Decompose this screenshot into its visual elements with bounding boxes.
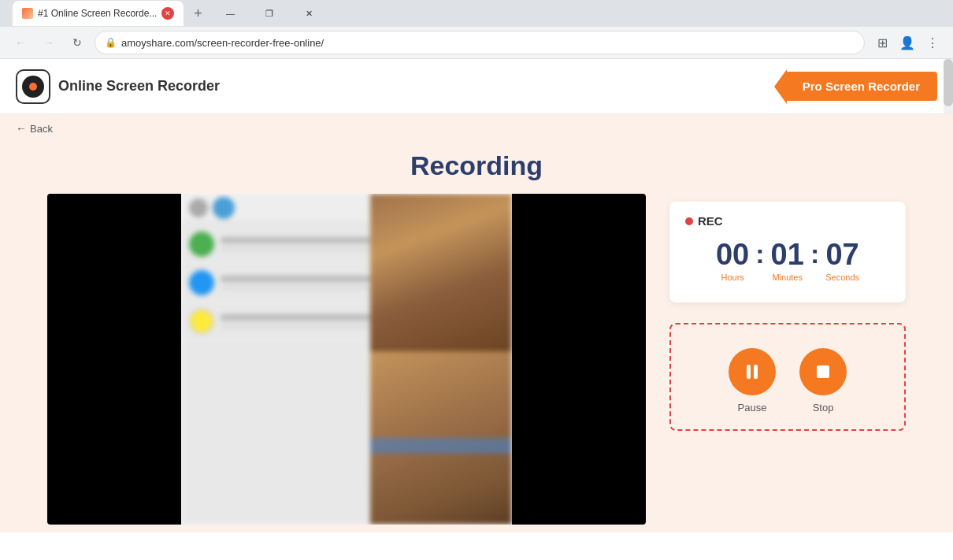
sidebar-toggle[interactable]: ⊞ bbox=[871, 32, 893, 54]
logo-icon-inner bbox=[22, 76, 44, 98]
controls-panel: REC 00 Hours : 01 Minutes : 07 Seco bbox=[669, 194, 906, 431]
stop-group: Stop bbox=[799, 348, 847, 414]
phone-dot-blue bbox=[213, 197, 235, 219]
tab-bar: #1 Online Screen Recorde... ✕ + — ❐ ✕ bbox=[6, 0, 333, 28]
site-logo: Online Screen Recorder bbox=[16, 69, 220, 104]
new-tab-button[interactable]: + bbox=[187, 2, 209, 24]
seconds-display: 07 bbox=[825, 239, 858, 269]
omnibox-bar: ← → ↻ 🔒 amoyshare.com/screen-recorder-fr… bbox=[0, 27, 953, 58]
timer-card: REC 00 Hours : 01 Minutes : 07 Seco bbox=[669, 202, 906, 302]
chat-avatar bbox=[189, 270, 214, 295]
hours-display: 00 bbox=[716, 239, 749, 269]
profile-button[interactable]: 👤 bbox=[896, 32, 918, 54]
minutes-unit: 01 Minutes bbox=[771, 239, 804, 282]
refresh-button[interactable]: ↻ bbox=[66, 32, 88, 54]
page-content: Online Screen Recorder Pro Screen Record… bbox=[0, 59, 953, 532]
stop-icon bbox=[817, 365, 829, 378]
hours-unit: 00 Hours bbox=[716, 239, 749, 282]
title-bar: #1 Online Screen Recorde... ✕ + — ❐ ✕ bbox=[0, 0, 953, 27]
image-panel bbox=[370, 194, 512, 525]
blue-bar bbox=[370, 438, 512, 454]
site-name: Online Screen Recorder bbox=[58, 78, 220, 95]
seconds-label: Seconds bbox=[825, 273, 859, 282]
preview-inner bbox=[181, 194, 512, 525]
pause-label: Pause bbox=[738, 402, 767, 414]
window-controls: — ❐ ✕ bbox=[212, 1, 327, 26]
close-button[interactable]: ✕ bbox=[291, 1, 327, 26]
colon-separator-2: : bbox=[810, 239, 819, 269]
phone-ui bbox=[181, 194, 512, 525]
control-buttons: Pause Stop bbox=[687, 348, 888, 414]
minutes-label: Minutes bbox=[772, 273, 803, 282]
logo-dot bbox=[29, 83, 37, 91]
browser-chrome: #1 Online Screen Recorde... ✕ + — ❐ ✕ ← … bbox=[0, 0, 953, 59]
tab-close-button[interactable]: ✕ bbox=[161, 7, 174, 20]
address-bar[interactable]: 🔒 amoyshare.com/screen-recorder-free-onl… bbox=[95, 31, 865, 54]
phone-avatar bbox=[189, 198, 208, 217]
chat-avatar bbox=[189, 232, 214, 257]
back-button[interactable]: ← bbox=[9, 32, 32, 54]
pause-group: Pause bbox=[729, 348, 776, 414]
stop-button[interactable] bbox=[799, 348, 847, 395]
scrollbar-thumb[interactable] bbox=[944, 59, 953, 106]
colon-separator-1: : bbox=[755, 239, 764, 269]
rec-label: REC bbox=[698, 214, 723, 228]
hours-label: Hours bbox=[721, 273, 743, 282]
rec-dot bbox=[685, 217, 693, 225]
page-title-area: Recording bbox=[0, 135, 953, 194]
logo-icon bbox=[16, 69, 50, 104]
controls-dashed-panel: Pause Stop bbox=[669, 323, 906, 431]
menu-button[interactable]: ⋮ bbox=[921, 32, 944, 54]
chat-name bbox=[221, 314, 391, 321]
cat-image-top bbox=[370, 194, 512, 351]
forward-button[interactable]: → bbox=[38, 32, 60, 54]
lock-icon: 🔒 bbox=[105, 37, 117, 48]
tab-title: #1 Online Screen Recorde... bbox=[38, 8, 157, 19]
pro-screen-recorder-button[interactable]: Pro Screen Recorder bbox=[785, 72, 937, 101]
minimize-button[interactable]: — bbox=[212, 1, 248, 26]
site-header: Online Screen Recorder Pro Screen Record… bbox=[0, 59, 953, 114]
pause-icon bbox=[747, 365, 758, 379]
stop-label: Stop bbox=[813, 402, 834, 414]
page-title: Recording bbox=[0, 150, 953, 181]
restore-button[interactable]: ❐ bbox=[251, 1, 287, 26]
screen-preview bbox=[47, 194, 646, 525]
back-link[interactable]: ← Back bbox=[0, 114, 953, 135]
recording-area: REC 00 Hours : 01 Minutes : 07 Seco bbox=[0, 194, 953, 525]
back-label: Back bbox=[30, 123, 53, 135]
chat-avatar bbox=[189, 309, 214, 334]
pause-button[interactable] bbox=[729, 348, 776, 395]
scrollbar-track bbox=[944, 59, 953, 113]
pause-bar-right bbox=[754, 365, 758, 379]
active-tab[interactable]: #1 Online Screen Recorde... ✕ bbox=[13, 1, 184, 26]
minutes-display: 01 bbox=[771, 239, 804, 269]
chat-name bbox=[221, 276, 391, 282]
back-arrow-icon: ← bbox=[16, 122, 27, 135]
seconds-unit: 07 Seconds bbox=[825, 239, 859, 282]
url-text: amoyshare.com/screen-recorder-free-onlin… bbox=[121, 37, 324, 49]
omnibox-actions: ⊞ 👤 ⋮ bbox=[871, 32, 944, 54]
chat-name bbox=[221, 237, 391, 243]
timer-display: 00 Hours : 01 Minutes : 07 Seconds bbox=[685, 239, 890, 282]
cat-image-bottom bbox=[370, 351, 512, 525]
rec-indicator: REC bbox=[685, 214, 890, 228]
pause-bar-left bbox=[747, 365, 751, 379]
tab-favicon bbox=[22, 8, 33, 19]
